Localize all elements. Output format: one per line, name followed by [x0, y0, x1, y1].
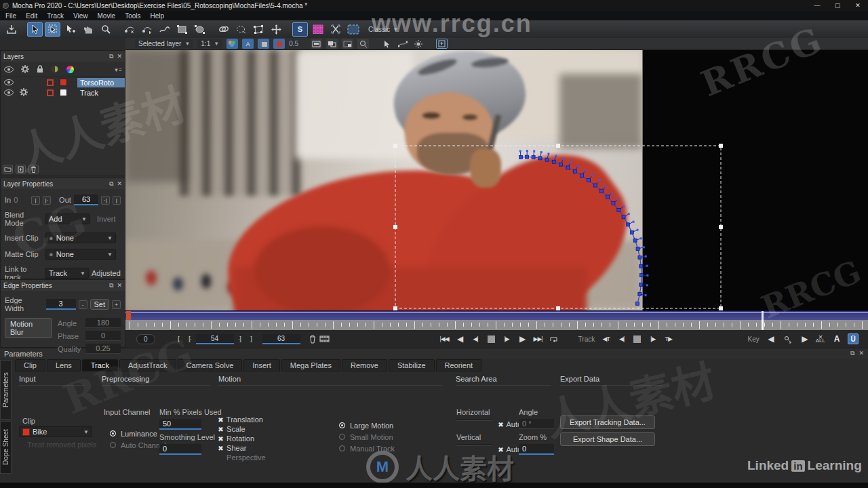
export-tracking-data-button[interactable]: Export Tracking Data... [560, 415, 655, 429]
delete-layer-icon[interactable] [28, 165, 39, 174]
tab-lens[interactable]: Lens [47, 359, 81, 371]
ellipse-spline-tool-icon[interactable] [192, 22, 208, 37]
tab-track[interactable]: Track [82, 359, 118, 371]
minimize-button[interactable]: — [807, 0, 827, 11]
pan-tool-icon[interactable] [80, 22, 96, 37]
goto-in-button[interactable]: [· [184, 333, 196, 345]
add-keyframe-icon[interactable] [782, 333, 793, 345]
layer-name[interactable]: TorsoRoto [77, 78, 125, 87]
uberkey-button[interactable]: Ü [848, 333, 859, 344]
timeline-track-bar[interactable] [125, 310, 868, 320]
tab-mega-plates[interactable]: Mega Plates [281, 359, 340, 371]
track-data-gear-icon[interactable] [20, 88, 28, 98]
menu-view[interactable]: View [73, 12, 88, 20]
large-motion-radio[interactable]: Large Motion [339, 422, 393, 430]
frame-compare-icon[interactable] [436, 39, 448, 49]
select-tool-icon[interactable] [27, 22, 43, 37]
show-spline-overlay-icon[interactable]: A [242, 39, 254, 49]
angle-field[interactable]: 0 ° [519, 419, 554, 429]
save-icon[interactable] [3, 22, 19, 37]
in-point-field[interactable]: 54 [196, 334, 234, 344]
viewer-canvas[interactable] [125, 50, 868, 310]
new-group-icon[interactable] [3, 165, 13, 174]
lasso-tool-icon[interactable] [233, 22, 249, 37]
in-value[interactable]: 0 [14, 196, 18, 204]
side-tab-parameters[interactable]: Parameters [0, 360, 12, 420]
freehand-spline-tool-icon[interactable] [157, 22, 172, 37]
delete-all-keys-button[interactable]: ×ALL [816, 335, 825, 343]
timeline-ruler[interactable] [125, 320, 868, 330]
track-frame-forward-button[interactable]: |▶ [647, 333, 658, 345]
track-frame-back-button[interactable]: ◀| [616, 333, 627, 345]
show-mattes-icon[interactable] [258, 39, 269, 49]
goto-out-button[interactable]: ·] [234, 333, 245, 345]
edge-width-minus-button[interactable]: - [79, 300, 87, 309]
small-motion-radio[interactable]: Small Motion [339, 433, 393, 441]
add-xspline-tool-icon[interactable] [121, 22, 137, 37]
mesh-warp-module-icon[interactable] [310, 22, 326, 37]
eye-icon[interactable] [4, 79, 14, 87]
min-pixels-field[interactable]: 50 [159, 419, 201, 430]
menu-movie[interactable]: Movie [98, 12, 116, 20]
previous-keyframe-button[interactable]: ◀ [765, 333, 776, 345]
zoom-percent-field[interactable]: 0 [519, 444, 554, 455]
clip-dropdown[interactable]: Bike ▼ [19, 426, 92, 437]
close-button[interactable]: ✕ [848, 0, 868, 11]
layer-row-track[interactable]: Track [1, 87, 125, 98]
link-to-track-dropdown[interactable]: Track▼ [45, 268, 89, 279]
cursor-info-icon[interactable] [381, 39, 393, 49]
tab-insert[interactable]: Insert [243, 359, 280, 371]
play-backwards-button[interactable]: ◀ [454, 333, 466, 345]
corner-pin-tool-icon[interactable] [251, 22, 267, 37]
in-step-button[interactable]: |· [43, 196, 51, 205]
brightness-icon[interactable] [412, 39, 424, 49]
vertical-field[interactable] [456, 444, 492, 446]
workspace-preset-dropdown[interactable]: Classic ▼ [368, 26, 398, 33]
magnetic-link-tool-icon[interactable] [216, 22, 231, 37]
track-forwards-button[interactable]: T▶ [663, 333, 674, 345]
auto-channel-radio[interactable]: Auto Channel [110, 441, 166, 449]
out-step-button[interactable]: ·| [101, 196, 109, 205]
playhead-marker[interactable] [126, 311, 131, 321]
float-panel-icon[interactable]: ⧉ [109, 53, 113, 60]
add-bspline-tool-icon[interactable] [139, 22, 155, 37]
go-last-frame-button[interactable]: ▶▶| [532, 333, 544, 345]
close-panel-icon[interactable]: ✕ [859, 350, 864, 357]
menu-help[interactable]: Help [151, 12, 165, 20]
tab-stabilize[interactable]: Stabilize [389, 359, 435, 371]
tab-clip[interactable]: Clip [15, 359, 45, 371]
menu-edit[interactable]: Edit [26, 12, 37, 20]
stabilize-module-icon[interactable]: S [292, 22, 308, 37]
view-layout-single-icon[interactable] [311, 39, 322, 49]
motion-blur-button[interactable]: Motion Blur [5, 318, 52, 338]
manual-track-radio[interactable]: Manual Track [339, 445, 395, 453]
maximize-button[interactable]: ▢ [827, 0, 848, 11]
menu-track[interactable]: Track [47, 12, 64, 20]
layer-view-dropdown[interactable]: Selected layer ▼ [135, 39, 193, 48]
menu-tools[interactable]: Tools [125, 12, 140, 20]
float-panel-icon[interactable]: ⧉ [850, 350, 854, 357]
autokey-button[interactable]: A [831, 333, 842, 345]
view-layout-detail-icon[interactable] [342, 39, 353, 49]
set-in-button[interactable]: [ [173, 333, 184, 345]
vertical-auto-checkbox[interactable]: ✖ Auto [497, 445, 521, 453]
zoom-window-icon[interactable] [357, 39, 369, 49]
perspective-checkbox[interactable]: Perspective [217, 453, 266, 462]
close-panel-icon[interactable]: ✕ [117, 282, 122, 289]
float-panel-icon[interactable]: ⧉ [109, 282, 113, 289]
loop-playback-icon[interactable] [548, 333, 559, 345]
matte-opacity-value[interactable]: 0.5 [289, 40, 298, 47]
new-layer-icon[interactable] [16, 165, 26, 174]
delete-keyframe-icon[interactable] [307, 333, 319, 345]
step-forward-button[interactable]: |▶ [501, 333, 513, 345]
insert-clip-dropdown[interactable]: ●None▼ [45, 232, 116, 243]
colorize-matte-icon[interactable] [273, 39, 285, 49]
rectangle-spline-tool-icon[interactable] [174, 22, 190, 37]
go-first-frame-button[interactable]: |◀◀ [439, 333, 450, 345]
in-bracket-button[interactable]: | [31, 196, 39, 205]
edge-width-set-button[interactable]: Set [90, 299, 110, 310]
layer-color-chip[interactable] [60, 89, 67, 96]
step-back-button[interactable]: ◀| [470, 333, 481, 345]
blend-mode-dropdown[interactable]: Add▼ [45, 214, 90, 224]
marquee-select-tool-icon[interactable] [45, 22, 60, 37]
